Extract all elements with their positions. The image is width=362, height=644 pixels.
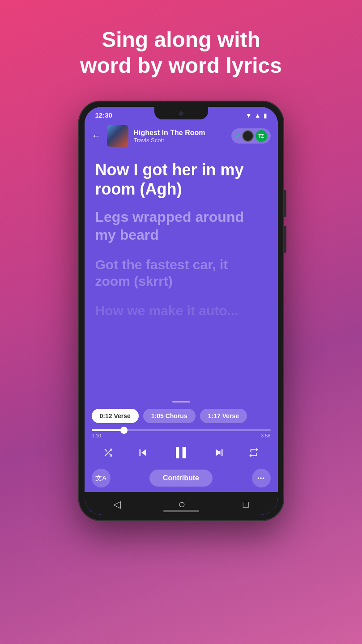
- verse-tab-3[interactable]: 1:17 Verse: [200, 409, 247, 423]
- lyric-fading: How we make it auto...: [95, 302, 267, 319]
- headline-line2: word by word lyrics: [80, 54, 282, 77]
- app-header: ← Highest In The Room Travis Scott ✓ TZ: [85, 121, 278, 151]
- signal-icon: ▲: [255, 112, 261, 119]
- wifi-icon: ▼: [246, 112, 252, 119]
- avatar-tz: TZ: [256, 130, 267, 142]
- phone-container: 12:30 ▼ ▲ ▮ ← Highest In The Room Travis…: [78, 101, 284, 530]
- scroll-indicator: [85, 399, 278, 404]
- lyric-active: Now I got her in my room (Agh): [95, 160, 267, 199]
- forward-button[interactable]: [213, 446, 226, 459]
- lyric-next: Legs wrapped around my beard: [95, 208, 267, 244]
- rewind-button[interactable]: [136, 446, 149, 459]
- translate-button[interactable]: 文A: [92, 469, 111, 487]
- repeat-button[interactable]: [248, 447, 260, 458]
- album-art-inner: [107, 125, 128, 147]
- lyric-fade-overlay: [85, 372, 278, 399]
- progress-thumb[interactable]: [120, 427, 128, 434]
- album-art: [107, 125, 128, 147]
- progress-track[interactable]: [92, 429, 271, 431]
- progress-times: 0:10 3:58: [92, 433, 271, 438]
- nav-recent-button[interactable]: □: [243, 499, 249, 510]
- avatar-group[interactable]: ✓ TZ: [231, 128, 271, 144]
- song-title: Highest In The Room: [134, 129, 226, 137]
- battery-icon: ▮: [264, 112, 267, 119]
- scroll-bar: [172, 401, 190, 402]
- song-artist: Travis Scott: [134, 137, 226, 144]
- pause-button[interactable]: [171, 443, 191, 462]
- more-button[interactable]: •••: [252, 469, 271, 487]
- song-info: Highest In The Room Travis Scott: [134, 129, 226, 144]
- nav-back-button[interactable]: ◁: [113, 499, 121, 510]
- status-time: 12:30: [95, 111, 112, 119]
- notch: [154, 107, 208, 119]
- nav-home-button[interactable]: ○: [178, 497, 185, 511]
- contribute-button[interactable]: Contribute: [149, 470, 213, 487]
- phone-screen: 12:30 ▼ ▲ ▮ ← Highest In The Room Travis…: [85, 107, 278, 515]
- headline: Sing along with word by word lyrics: [53, 27, 309, 78]
- action-row: 文A Contribute •••: [85, 466, 278, 492]
- status-icons: ▼ ▲ ▮: [246, 112, 267, 119]
- progress-current: 0:10: [92, 433, 101, 438]
- phone-outer: 12:30 ▼ ▲ ▮ ← Highest In The Room Travis…: [78, 101, 284, 521]
- progress-total: 3:58: [261, 433, 270, 438]
- lyrics-container: Now I got her in my room (Agh) Legs wrap…: [85, 151, 278, 399]
- progress-section: 0:10 3:58: [85, 428, 278, 439]
- verse-tab-2[interactable]: 1:05 Chorus: [143, 409, 196, 423]
- back-button[interactable]: ←: [92, 130, 102, 142]
- progress-fill: [92, 429, 124, 431]
- phone-side-button-1: [284, 190, 286, 217]
- check-icon: ✓: [235, 132, 240, 140]
- controls: [85, 439, 278, 466]
- camera: [179, 111, 183, 116]
- shuffle-button[interactable]: [102, 447, 114, 458]
- verse-tabs: 0:12 Verse 1:05 Chorus 1:17 Verse: [85, 404, 278, 428]
- verse-tab-1[interactable]: 0:12 Verse: [92, 409, 139, 423]
- lyric-far: Got the fastest car, it zoom (skrrt): [95, 256, 267, 290]
- avatar-circle: [242, 130, 254, 142]
- phone-bottom-indicator: [163, 510, 199, 512]
- phone-side-button-2: [284, 226, 286, 253]
- headline-line1: Sing along with: [102, 28, 260, 51]
